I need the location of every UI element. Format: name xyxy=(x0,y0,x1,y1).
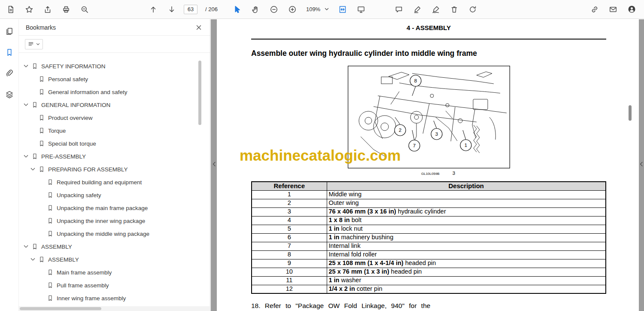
bookmark-item[interactable]: Pull frame assembly xyxy=(19,279,210,292)
scrollbar-thumb[interactable] xyxy=(20,307,101,310)
bookmark-label: ASSEMBLY xyxy=(48,256,79,263)
hand-tool-button[interactable] xyxy=(249,3,262,16)
bookmark-item[interactable]: SAFETY INFORMATION xyxy=(19,60,210,73)
attachments-panel-button[interactable] xyxy=(4,68,15,79)
chevron-down-icon[interactable] xyxy=(23,155,28,159)
attachments-panel-icon xyxy=(5,69,14,78)
bookmark-item[interactable]: Unpacking the main frame package xyxy=(19,201,210,214)
page-header: 4 - ASSEMBLY xyxy=(251,24,606,31)
toolbar-annotation-group xyxy=(392,3,479,16)
layers-panel-button[interactable] xyxy=(4,89,15,100)
bookmark-item[interactable]: Inner wing frame assembly xyxy=(19,292,210,305)
previous-page-button[interactable] xyxy=(147,3,160,16)
layers-panel-icon xyxy=(5,90,14,99)
ref-cell: 8 xyxy=(252,250,327,259)
table-row: 61 in machinery bushing xyxy=(252,233,606,242)
bookmark-icon xyxy=(31,243,38,250)
bookmark-item[interactable]: Personal safety xyxy=(19,73,210,85)
bookmark-item[interactable]: GENERAL INFORMATION xyxy=(19,98,210,111)
rotate-button[interactable] xyxy=(466,3,479,16)
bookmarks-horizontal-scrollbar[interactable] xyxy=(19,306,210,311)
account-button[interactable] xyxy=(625,3,638,16)
desc-cell: 1 x 8 in bolt xyxy=(327,216,606,225)
column-header-reference: Reference xyxy=(252,182,327,190)
bookmark-label: Unpacking safety xyxy=(57,192,101,198)
file-button[interactable] xyxy=(4,3,17,16)
chevron-down-icon[interactable] xyxy=(23,103,28,107)
print-button[interactable] xyxy=(60,3,73,16)
trash-icon xyxy=(450,5,459,14)
bookmark-label: Pull frame assembly xyxy=(57,282,109,289)
favorite-button[interactable] xyxy=(23,3,36,16)
bookmarks-header: Bookmarks xyxy=(19,19,210,36)
desc-cell: 1 in washer xyxy=(327,276,606,285)
page-content: 4 - ASSEMBLY Assemble outer wing hydraul… xyxy=(251,19,606,311)
bookmark-label: Inner wing frame assembly xyxy=(57,295,126,302)
bookmark-icon xyxy=(38,114,45,121)
desc-cell: Internal link xyxy=(327,242,606,250)
bookmark-item[interactable]: Unpacking safety xyxy=(19,189,210,201)
table-row: 111 in washer xyxy=(252,276,606,285)
chevron-down-icon[interactable] xyxy=(23,245,28,249)
bookmark-icon xyxy=(47,230,54,237)
desc-cell: 1 in lock nut xyxy=(327,225,606,233)
bookmark-icon xyxy=(38,127,45,134)
bookmark-item[interactable]: Required building and equipment xyxy=(19,176,210,189)
bookmark-label: SAFETY INFORMATION xyxy=(41,63,106,70)
table-row: 1025 x 76 mm (1 x 3 in) headed pin xyxy=(252,268,606,276)
collapse-left-panel-arrow[interactable] xyxy=(211,160,216,168)
chevron-down-icon xyxy=(36,43,40,46)
bookmarks-panel-button[interactable] xyxy=(4,47,15,58)
delete-button[interactable] xyxy=(448,3,461,16)
search-zoom-button[interactable] xyxy=(78,3,91,16)
bookmark-item[interactable]: ASSEMBLY xyxy=(19,240,210,253)
bookmark-label: GENERAL INFORMATION xyxy=(41,102,110,108)
zoom-in-button[interactable] xyxy=(286,3,299,16)
share-icon xyxy=(43,5,52,14)
bookmarks-options-button[interactable] xyxy=(25,39,43,49)
presentation-button[interactable] xyxy=(355,3,368,16)
table-row: 7Internal link xyxy=(252,242,606,250)
chevron-down-icon[interactable] xyxy=(30,168,35,171)
bookmark-item[interactable]: General information and safety xyxy=(19,85,210,98)
highlight-button[interactable] xyxy=(411,3,424,16)
ref-cell: 3 xyxy=(252,207,327,216)
select-tool-button[interactable] xyxy=(231,3,243,16)
zoom-out-button[interactable] xyxy=(267,3,280,16)
bookmark-item[interactable]: Unpacking the middle wing package xyxy=(19,227,210,240)
bookmark-item[interactable]: Torque xyxy=(19,124,210,137)
bookmark-item[interactable]: Product overview xyxy=(19,111,210,124)
bookmarks-title: Bookmarks xyxy=(26,24,194,31)
bookmarks-scrollbar-thumb[interactable] xyxy=(198,61,201,125)
bookmark-item[interactable]: Unpacking the inner wing package xyxy=(19,214,210,227)
chevron-down-icon[interactable] xyxy=(23,64,28,68)
sign-button[interactable] xyxy=(429,3,442,16)
comment-button[interactable] xyxy=(392,3,405,16)
document-scrollbar-thumb[interactable] xyxy=(629,105,632,121)
bookmark-icon xyxy=(47,295,54,302)
close-panel-button[interactable] xyxy=(194,23,203,32)
mail-button[interactable] xyxy=(607,3,620,16)
desc-cell: Middle wing xyxy=(327,190,606,199)
bookmark-item[interactable]: ASSEMBLY xyxy=(19,253,210,266)
ref-cell: 9 xyxy=(252,259,327,268)
page-fit-button[interactable] xyxy=(336,3,349,16)
bookmark-icon xyxy=(47,179,54,186)
collapse-right-panel-arrow[interactable] xyxy=(638,160,644,168)
bookmark-icon xyxy=(47,269,54,276)
page-number-input[interactable] xyxy=(184,5,197,14)
toolbar-right-group xyxy=(588,3,638,16)
bookmark-item[interactable]: Main frame assembly xyxy=(19,266,210,279)
pages-panel-button[interactable] xyxy=(4,26,15,37)
zoom-level-control[interactable]: 109% xyxy=(304,6,331,12)
chevron-down-icon[interactable] xyxy=(30,258,35,262)
bookmark-item[interactable]: PREPARING FOR ASSEMBLY xyxy=(19,163,210,176)
link-button[interactable] xyxy=(588,3,601,16)
bookmark-label: General information and safety xyxy=(48,89,128,95)
share-button[interactable] xyxy=(41,3,54,16)
bookmark-icon xyxy=(38,256,45,263)
next-page-button[interactable] xyxy=(165,3,178,16)
bookmark-item[interactable]: Special bolt torque xyxy=(19,137,210,150)
bookmark-item[interactable]: PRE-ASSEMBLY xyxy=(19,150,210,163)
desc-cell: 25 x 108 mm (1 x 4-1/4 in) headed pin xyxy=(327,259,606,268)
